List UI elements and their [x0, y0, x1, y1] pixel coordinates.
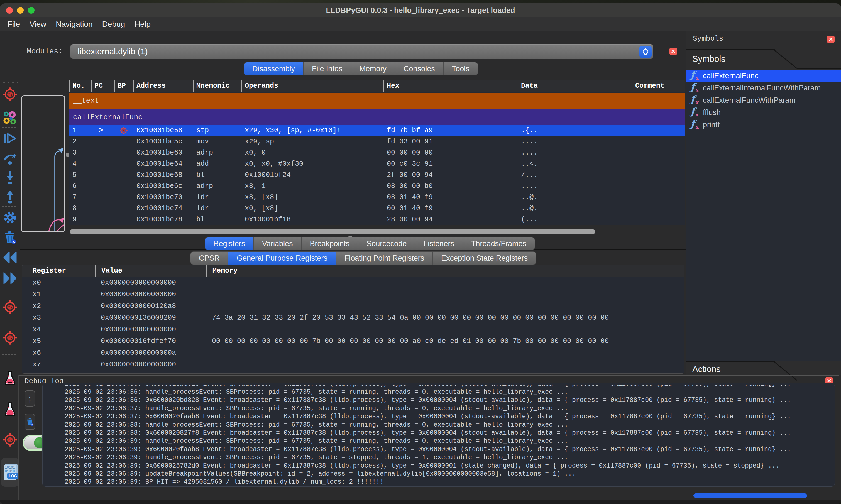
tab-memory[interactable]: Memory — [351, 62, 395, 75]
disasm-row[interactable]: 6 0x10001be6cadrp x8, 108 00 00 b0 .... — [69, 181, 685, 192]
register-row[interactable]: x10x0000000000000000 — [22, 289, 684, 301]
col-value: Value — [95, 265, 207, 277]
menu-debug[interactable]: Debug — [97, 20, 130, 29]
show-log-button[interactable]: 101010101010 LOG — [2, 465, 18, 481]
col-data: Data — [518, 80, 632, 92]
disasm-row[interactable]: 2 0x10001be5cmov x29, spfd 03 00 91 .... — [69, 136, 685, 147]
debug-log-view[interactable]: 2025-09-02 23:06:36: 0x6000020bd828 Even… — [42, 383, 835, 487]
col-pc: PC — [91, 80, 114, 92]
clear-button[interactable] — [2, 230, 18, 246]
log-line: 2025-09-02 23:06:36: 0x6000020bd828 Even… — [65, 396, 833, 404]
register-row[interactable]: x60x000000000000000a — [22, 347, 684, 359]
fast-forward-button[interactable] — [2, 270, 18, 286]
register-row[interactable]: x00x0000000000000000 — [22, 277, 684, 289]
tab-threads-frames[interactable]: Threads/Frames — [463, 237, 535, 250]
symbols-tab-label[interactable]: Symbols — [692, 54, 726, 64]
tab-cpsr[interactable]: CPSR — [191, 252, 228, 265]
log-file-icon: 101010101010 LOG — [4, 465, 16, 480]
symbol-item[interactable]: ƒx printf — [686, 119, 841, 131]
close-symbols-button[interactable]: ✕ — [827, 36, 835, 43]
tab-general-purpose-registers[interactable]: General Purpose Registers — [228, 252, 336, 265]
debug-target-button[interactable] — [2, 86, 18, 103]
function-icon: ƒx — [690, 83, 701, 93]
symbol-item[interactable]: ƒx callExternalInternalFuncWithParam — [686, 82, 841, 94]
menu-navigation[interactable]: Navigation — [51, 20, 97, 29]
tab-listeners[interactable]: Listeners — [415, 237, 463, 250]
collapse-log-button[interactable]: ↓ ↑ — [24, 390, 35, 407]
step-into-button[interactable] — [2, 170, 18, 186]
symbol-item[interactable]: ƒx fflush — [686, 106, 841, 119]
menu-help[interactable]: Help — [130, 20, 155, 29]
log-line: 2025-09-02 23:06:37: 0x6000020faab8 Even… — [65, 413, 833, 421]
log-hscrollbar[interactable] — [693, 493, 807, 498]
tab-tools[interactable]: Tools — [444, 62, 478, 75]
tab-file-infos[interactable]: File Infos — [304, 62, 351, 75]
disasm-row[interactable]: 4 0x10001be64add x0, x0, #0xf3000 c0 3c … — [69, 159, 685, 169]
test-script2-button[interactable] — [2, 401, 18, 418]
section-row-text[interactable]: __text — [69, 93, 685, 109]
register-row[interactable]: x30x000000013600820974 3a 20 31 32 33 20… — [22, 312, 684, 324]
window-footer — [0, 500, 841, 504]
tab-variables[interactable]: Variables — [254, 237, 302, 250]
function-row[interactable]: callExternalFunc — [69, 109, 685, 125]
register-row[interactable]: x70x0000000000000000 — [22, 359, 684, 371]
bottom-tabbar: Registers Variables Breakpoints Sourceco… — [205, 237, 535, 250]
settings-button[interactable] — [2, 210, 18, 226]
bug-target-icon — [2, 87, 18, 102]
actions-tab-label[interactable]: Actions — [692, 364, 721, 374]
disasm-row[interactable]: 1 > 0x10001be58 stp x29, x30, [sp, #-0x1… — [69, 125, 685, 136]
step-into-icon — [3, 171, 17, 185]
step-over-button[interactable] — [2, 150, 18, 166]
rewind-icon — [3, 251, 17, 264]
clear-log-button[interactable] — [24, 414, 35, 430]
tab-exception-state-registers[interactable]: Exception State Registers — [433, 252, 536, 265]
tab-floating-point-registers[interactable]: Floating Point Registers — [336, 252, 433, 265]
function-icon: ƒx — [690, 95, 701, 106]
tab-consoles[interactable]: Consoles — [395, 62, 444, 75]
register-row[interactable]: x50x000000016fdfef7000 00 00 00 00 00 00… — [22, 336, 684, 347]
test-script-button[interactable] — [2, 370, 18, 386]
breakpoint-toggle-button[interactable] — [2, 330, 18, 346]
chevron-up-down-icon — [642, 48, 649, 56]
disasm-row[interactable]: 7 0x10001be70ldr x8, [x8]08 01 40 f9 ..@… — [69, 192, 685, 203]
disasm-row[interactable]: 9 0x10001be78bl 0x10001bf1828 00 00 94 (… — [69, 214, 685, 225]
continue-button[interactable] — [2, 130, 18, 146]
menu-file[interactable]: File — [3, 20, 25, 29]
jump-arrows-icon — [22, 96, 64, 231]
jump-arrows-widget — [21, 95, 65, 232]
log-line: 2025-09-02 23:06:38: handle_processEvent… — [65, 421, 833, 429]
menu-view[interactable]: View — [25, 20, 51, 29]
log-section-border — [18, 375, 839, 376]
tab-registers[interactable]: Registers — [205, 237, 254, 250]
close-module-button[interactable]: ✕ — [669, 48, 677, 55]
log-line-clipped: 2025-09-02 23:06:36: 0x6000020bd828 Even… — [65, 385, 833, 388]
symbol-item[interactable]: ƒx callExternalFuncWithParam — [686, 94, 841, 106]
symbol-item[interactable]: ƒx callExternalFunc — [686, 70, 841, 82]
registers-table: Register Value Memory x00x00000000000000… — [22, 265, 684, 374]
scrollbar-thumb[interactable] — [70, 230, 595, 234]
step-out-button[interactable] — [2, 189, 18, 205]
disasm-row[interactable]: 5 0x10001be68bl 0x10001bf242f 00 00 94 /… — [69, 169, 685, 181]
combobox-popup-button[interactable] — [639, 46, 651, 58]
breakpoint-icon — [120, 126, 128, 135]
right-dock: Symbols ✕ Symbols ƒx callExternalFunc ƒx… — [686, 31, 841, 375]
disasm-row[interactable]: 3 0x10001be60adrp x0, 000 00 00 90 .... — [69, 147, 685, 159]
symbols-dock-title: Symbols — [693, 35, 723, 43]
col-memory: Memory — [207, 265, 633, 277]
step-out-icon — [3, 190, 17, 203]
toolbar-drag-handle[interactable] — [3, 82, 18, 83]
settings-gears-button[interactable] — [2, 110, 18, 126]
titlebar: LLDBPyGUI 0.0.3 - hello_library_exec - T… — [0, 3, 841, 17]
register-row[interactable]: x40x0000000000000000 — [22, 324, 684, 336]
tab-breakpoints[interactable]: Breakpoints — [302, 237, 358, 250]
breakpoint-list-button[interactable] — [2, 299, 18, 315]
col-empty — [633, 265, 684, 277]
modules-combobox[interactable]: libexternal.dylib (1) — [70, 44, 653, 59]
rewind-button[interactable] — [2, 250, 18, 266]
disasm-row[interactable]: 8 0x10001be74ldr x0, [x8]00 01 40 f9 ..@… — [69, 203, 685, 214]
tab-disassembly[interactable]: Disassembly — [244, 62, 304, 75]
debug-session-button[interactable] — [2, 432, 18, 448]
tab-sourcecode[interactable]: Sourcecode — [358, 237, 415, 250]
register-row[interactable]: x20x00000000000120a8 — [22, 301, 684, 312]
disassembly-hscrollbar[interactable] — [70, 230, 685, 234]
